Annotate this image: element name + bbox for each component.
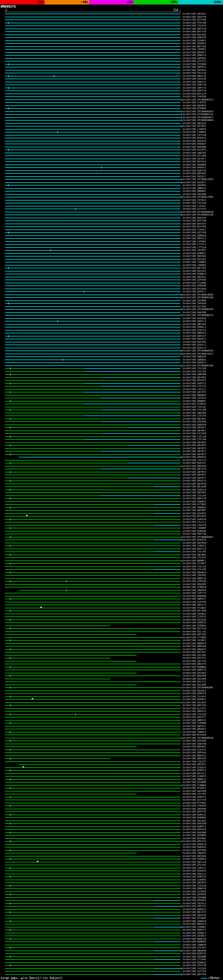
hit-label[interactable]: UniRef100_A9ZVB6 (183, 193, 206, 196)
hit-row[interactable]: UniRef100_B3P1W9 (0, 849, 223, 852)
hit-row[interactable]: UniRef100_B7XH38 (0, 733, 223, 737)
hit-row[interactable]: UniRef100_B4R4U5 (0, 846, 223, 849)
hit-label[interactable]: UniRef100_Q55FM5 (183, 341, 206, 344)
alignment-bar[interactable] (0, 740, 182, 743)
hit-row[interactable]: UniRef100_UPI0000519D (0, 213, 223, 216)
alignment-bar[interactable] (0, 790, 182, 793)
hit-label[interactable]: UniRef100_B6JZT2 (183, 911, 206, 914)
hit-row[interactable]: UniRef100_B6DG48 (0, 645, 223, 648)
alignment-bar[interactable] (0, 689, 182, 692)
alignment-bar[interactable] (0, 412, 182, 415)
alignment-bar[interactable] (0, 816, 182, 819)
hit-label[interactable]: UniRef100_C3Y1R5 (183, 792, 206, 796)
hit-row[interactable]: UniRef100_A5DWL6 (0, 858, 223, 861)
hit-label[interactable]: UniRef100_Q9XYW1 (183, 255, 206, 258)
alignment-bar[interactable] (0, 48, 182, 51)
alignment-bar[interactable] (0, 332, 182, 335)
alignment-bar[interactable] (0, 131, 182, 134)
hit-label[interactable]: UniRef100_A8PGP7 (183, 598, 206, 601)
alignment-bar[interactable] (0, 633, 182, 636)
hit-label[interactable]: UniRef100_Q4P5L7 (183, 290, 206, 293)
alignment-bar[interactable] (0, 66, 182, 69)
alignment-bar[interactable] (0, 686, 182, 689)
hit-label[interactable]: UniRef100_Q4U1L5 (183, 344, 206, 347)
hit-label[interactable]: UniRef100_B4FJS6 (183, 30, 206, 33)
alignment-bar[interactable] (0, 556, 182, 559)
hit-row[interactable]: UniRef100_B6KFS3 (0, 754, 223, 757)
hit-label[interactable]: UniRef100_Q6BS28 (183, 355, 206, 358)
hit-row[interactable]: UniRef100_C3Y1R5 (0, 792, 223, 796)
hit-row[interactable]: UniRef100_P29766 (0, 22, 223, 25)
hit-label[interactable]: UniRef100_A2E366 (183, 740, 206, 743)
alignment-bar[interactable] (0, 521, 182, 524)
alignment-bar[interactable] (0, 950, 182, 953)
alignment-bar[interactable] (0, 113, 182, 116)
hit-row[interactable]: UniRef100_Q29FA8 (0, 278, 223, 282)
hit-row[interactable]: UniRef100_C9SPQ5 (0, 574, 223, 577)
hit-label[interactable]: UniRef100_Q1HR32 (183, 402, 206, 406)
hit-row[interactable]: UniRef100_C9JT48 (0, 134, 223, 137)
hit-label[interactable]: UniRef100_B0E981 (183, 745, 206, 748)
alignment-bar[interactable] (0, 923, 182, 926)
alignment-bar[interactable] (0, 955, 182, 958)
hit-row[interactable]: UniRef100_C5TDL5 (0, 199, 223, 202)
hit-label[interactable]: UniRef100_A6YM58 (183, 542, 206, 545)
hit-label[interactable]: UniRef100_UPI00006CB4 (183, 349, 213, 353)
alignment-bar[interactable] (0, 69, 182, 72)
alignment-bar[interactable] (0, 160, 182, 163)
hit-label[interactable]: UniRef100_A6YM57 (183, 430, 206, 433)
hit-label[interactable]: UniRef100_P05737 (183, 905, 206, 908)
hit-row[interactable]: UniRef100_C3CLR4 (0, 494, 223, 498)
alignment-bar[interactable] (0, 63, 182, 66)
hit-row[interactable]: UniRef100_B5Y3U9 (0, 609, 223, 612)
alignment-bar[interactable] (0, 698, 182, 701)
hit-label[interactable]: UniRef100_A6YM78 (183, 482, 206, 486)
hit-label[interactable]: UniRef100_C3CL51 (183, 388, 206, 391)
hit-row[interactable]: UniRef100_B5FGF9 (0, 223, 223, 226)
hit-row[interactable]: UniRef100_C4R3J7 (0, 867, 223, 870)
hit-label[interactable]: UniRef100_C3CLR9 (183, 568, 206, 571)
hit-row[interactable]: UniRef100_B5FVP8 (0, 225, 223, 228)
hit-row[interactable]: UniRef100_A9NZZ9 (0, 36, 223, 39)
hit-row[interactable]: UniRef100_Q22JB5 (0, 654, 223, 657)
hit-label[interactable]: UniRef100_B5Y3U9 (183, 609, 206, 612)
hit-row[interactable]: UniRef100_B4NB08 (0, 666, 223, 669)
hit-label[interactable]: UniRef100_B3L1X2 (183, 630, 206, 633)
alignment-bar[interactable] (0, 671, 182, 675)
hit-label[interactable]: UniRef100_B9QK90 (183, 595, 206, 598)
hit-row[interactable]: UniRef100_B9PVA4 (0, 751, 223, 754)
alignment-bar[interactable] (0, 775, 182, 778)
alignment-bar[interactable] (0, 645, 182, 648)
hit-row[interactable]: UniRef100_C3CLR3 (0, 370, 223, 373)
hit-label[interactable]: UniRef100_A6YM79 (183, 444, 206, 447)
alignment-bar[interactable] (0, 938, 182, 941)
alignment-bar[interactable] (0, 267, 182, 270)
alignment-bar[interactable] (0, 181, 182, 184)
hit-label[interactable]: UniRef100_Q5W0Z3 (183, 500, 206, 503)
hit-row[interactable]: UniRef100_C7YQM3 (0, 636, 223, 639)
hit-row[interactable]: UniRef100_B3RYF5 (0, 796, 223, 799)
hit-row[interactable]: UniRef100_O74884 (0, 917, 223, 920)
alignment-bar[interactable] (0, 329, 182, 332)
hit-label[interactable]: UniRef100_C3CLR3 (183, 370, 206, 373)
alignment-bar[interactable] (0, 852, 182, 855)
alignment-bar[interactable] (0, 583, 182, 586)
hit-row[interactable]: UniRef100_C1EE97 (0, 205, 223, 208)
hit-label[interactable]: UniRef100_B3RYF5 (183, 796, 206, 799)
hit-row[interactable]: UniRef100_A1D8Q7 (0, 926, 223, 929)
hit-row[interactable]: UniRef100_P41569 (0, 432, 223, 435)
hit-row[interactable]: UniRef100_Q17C19 (0, 799, 223, 802)
alignment-bar[interactable] (0, 278, 182, 282)
alignment-bar[interactable] (0, 787, 182, 790)
alignment-bar[interactable] (0, 707, 182, 710)
hit-row[interactable]: UniRef100_B2WGG3 (0, 961, 223, 964)
alignment-bar[interactable] (0, 388, 182, 391)
alignment-bar[interactable] (0, 465, 182, 468)
alignment-bar[interactable] (0, 385, 182, 388)
alignment-bar[interactable] (0, 426, 182, 430)
hit-label[interactable]: UniRef100_Q49E99 (183, 423, 206, 426)
alignment-bar[interactable] (0, 695, 182, 698)
hit-row[interactable]: UniRef100_Q61TB4 (0, 267, 223, 270)
hit-row[interactable]: UniRef100_A6RF19 (0, 668, 223, 671)
hit-row[interactable]: UniRef100_B5D2M2 (0, 583, 223, 586)
